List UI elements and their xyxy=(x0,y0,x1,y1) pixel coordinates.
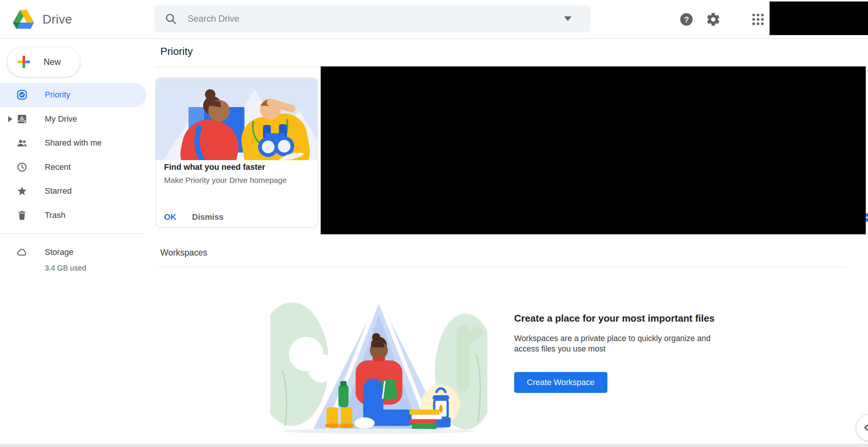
svg-text:?: ? xyxy=(684,15,689,24)
people-icon xyxy=(16,137,28,149)
settings-button[interactable] xyxy=(704,10,722,28)
drive-logo-icon xyxy=(13,10,34,29)
ok-button[interactable]: OK xyxy=(164,212,176,222)
collapse-panel-button[interactable] xyxy=(856,414,868,441)
sidebar-item-shared-with-me[interactable]: Shared with me xyxy=(0,131,146,155)
help-icon: ? xyxy=(679,12,694,27)
sidebar-item-starred[interactable]: Starred xyxy=(0,179,146,203)
sidebar-item-label: Recent xyxy=(45,162,71,172)
sidebar-nav: Priority My Drive xyxy=(0,83,146,227)
priority-promo-card: Find what you need faster Make Priority … xyxy=(155,78,318,228)
settings-icon xyxy=(706,12,721,27)
cloud-icon xyxy=(16,247,28,258)
workspaces-empty-body: Workspaces are a private place to quickl… xyxy=(514,333,712,354)
plus-icon xyxy=(16,54,32,70)
sidebar-item-priority[interactable]: Priority xyxy=(0,83,146,107)
sidebar-item-my-drive[interactable]: My Drive xyxy=(0,107,146,131)
workspaces-empty-title: Create a place for your most important f… xyxy=(514,313,723,324)
drive-hdd-icon xyxy=(16,113,28,125)
redacted-content-area xyxy=(321,66,866,234)
google-drive-app: Drive ? xyxy=(0,0,868,447)
top-bar: Drive ? xyxy=(0,0,868,39)
redacted-account-area xyxy=(770,1,868,35)
promo-illustration xyxy=(156,78,317,160)
search-input[interactable] xyxy=(188,13,564,24)
sidebar-divider xyxy=(0,233,146,234)
expand-arrow-icon[interactable] xyxy=(8,116,12,122)
hidden-element-fragment xyxy=(866,213,868,223)
drive-logo[interactable]: Drive xyxy=(13,0,72,39)
sidebar-item-label: Trash xyxy=(45,210,65,220)
storage-used-text: 3.4 GB used xyxy=(45,264,86,272)
sidebar: New Priority xyxy=(0,39,146,447)
workspaces-empty-state: Create a place for your most important f… xyxy=(514,313,723,393)
new-button-label: New xyxy=(44,57,61,67)
apps-grid-button[interactable] xyxy=(749,10,767,28)
sidebar-item-label: My Drive xyxy=(45,114,77,124)
priority-check-icon xyxy=(16,89,28,100)
star-icon xyxy=(16,185,28,197)
create-workspace-button[interactable]: Create Workspace xyxy=(514,372,607,393)
collapse-chevron-icon xyxy=(861,422,868,433)
page-title: Priority xyxy=(160,46,193,57)
sidebar-item-label: Priority xyxy=(45,90,70,100)
workspaces-heading: Workspaces xyxy=(160,248,207,258)
sidebar-item-storage[interactable]: Storage xyxy=(0,241,146,263)
apps-grid-icon xyxy=(751,12,765,27)
promo-subtitle: Make Priority your Drive homepage xyxy=(164,176,287,185)
workspaces-illustration xyxy=(270,291,487,434)
sidebar-item-label: Starred xyxy=(45,186,72,196)
section-divider xyxy=(155,266,846,267)
search-options-caret-icon[interactable] xyxy=(564,16,572,21)
app-title: Drive xyxy=(43,12,72,26)
search-bar xyxy=(155,5,590,32)
sidebar-item-trash[interactable]: Trash xyxy=(0,203,146,228)
sidebar-item-label: Shared with me xyxy=(45,138,102,148)
promo-actions: OK Dismiss xyxy=(164,212,223,222)
new-button[interactable]: New xyxy=(7,47,81,77)
clock-icon xyxy=(16,162,28,173)
help-button[interactable]: ? xyxy=(677,10,695,28)
bottom-edge-strip xyxy=(0,444,868,447)
storage-label: Storage xyxy=(45,247,73,257)
promo-title: Find what you need faster xyxy=(164,162,265,172)
sidebar-item-recent[interactable]: Recent xyxy=(0,155,146,179)
trash-icon xyxy=(16,210,28,221)
search-icon[interactable] xyxy=(164,12,177,25)
dismiss-button[interactable]: Dismiss xyxy=(192,212,223,222)
